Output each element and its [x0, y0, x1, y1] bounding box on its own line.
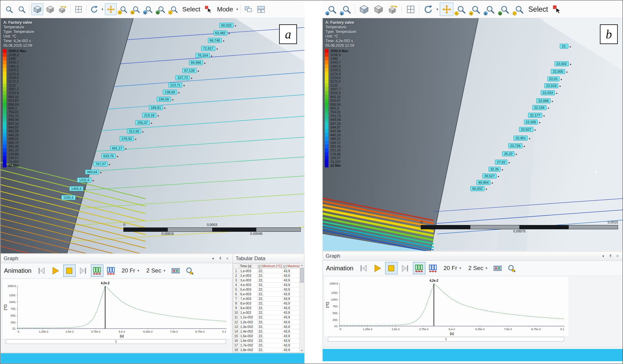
temperature-probe-label[interactable]: 60,032 — [470, 186, 485, 191]
isometric-view-icon[interactable] — [31, 3, 43, 15]
3d-viewport[interactable]: A: Factory valveTemperatureType: Tempera… — [1, 18, 304, 253]
temperature-probe-label[interactable]: 767,07 — [93, 162, 108, 166]
table-cell[interactable]: 1,1e-002 — [239, 315, 258, 320]
table-cell[interactable]: 22, — [258, 334, 283, 338]
zoom-in-icon[interactable]: + — [130, 3, 142, 15]
table-cell[interactable]: 22, — [258, 273, 283, 278]
table-row[interactable]: 11,e-00322,43,9 — [233, 269, 304, 273]
table-cell[interactable]: 6,e-003 — [239, 292, 258, 297]
row-index[interactable]: 17 — [233, 343, 239, 348]
table-cell[interactable]: 9,e-003 — [239, 306, 258, 310]
temperature-probe-label[interactable]: 32,26 — [489, 167, 501, 172]
temperature-probe-label[interactable]: 22,01 — [547, 76, 560, 81]
row-index[interactable]: 7 — [233, 297, 239, 301]
table-row[interactable]: 33,e-00322,43,9 — [233, 278, 304, 283]
table-cell[interactable]: 4,e-003 — [239, 283, 258, 287]
table-cell[interactable]: 22, — [258, 269, 283, 273]
temperature-probe-label[interactable]: 1202,6 — [77, 178, 91, 182]
table-row[interactable]: 151,5e-00222,43,9 — [233, 334, 304, 338]
row-index[interactable]: 14 — [233, 329, 239, 334]
isometric-view-icon[interactable] — [357, 2, 371, 16]
temperature-probe-label[interactable]: 22,005 — [551, 69, 565, 74]
table-row[interactable]: 171,7e-00222,43,9 — [233, 343, 304, 348]
table-cell[interactable]: 1,3e-002 — [239, 325, 258, 329]
row-index[interactable]: 5 — [233, 287, 239, 292]
zoom-update-icon[interactable] — [505, 262, 518, 274]
table-row[interactable]: 66,e-00322,43,9 — [233, 292, 304, 297]
rotate-model-icon[interactable] — [386, 2, 400, 16]
temperature-probe-label[interactable]: 22,177 — [528, 113, 542, 118]
table-cell[interactable]: 22, — [258, 283, 283, 287]
scroll-up-icon[interactable]: ▲ — [301, 263, 303, 267]
select-label[interactable]: Select — [182, 6, 200, 13]
temperature-probe-label[interactable]: 22, — [560, 44, 568, 49]
3d-viewport[interactable]: A: Factory valveTemperatureType: Tempera… — [323, 18, 623, 251]
row-index[interactable]: 4 — [233, 283, 239, 287]
temperature-probe-label[interactable]: 72,917 — [201, 46, 215, 51]
rotate-icon[interactable] — [88, 3, 100, 15]
row-index[interactable]: 9 — [233, 306, 239, 310]
temperature-probe-label[interactable]: 312,65 — [127, 129, 141, 134]
zoom-fit-icon[interactable]: ● — [155, 3, 167, 15]
row-index[interactable]: 12 — [233, 320, 239, 325]
temperature-probe-label[interactable]: 22,002 — [555, 61, 569, 66]
select-label[interactable]: Select — [528, 5, 548, 14]
temperature-probe-label[interactable]: 156,55 — [157, 97, 171, 102]
close-icon[interactable]: × — [615, 254, 620, 259]
zoom-box-fit-icon[interactable]: ● — [143, 3, 155, 15]
zoom-previous-icon[interactable]: − — [168, 3, 180, 15]
zoom-out-icon[interactable]: − — [454, 2, 468, 16]
close-icon[interactable]: × — [225, 256, 230, 261]
temperature-probe-label[interactable]: 22,305 — [524, 120, 538, 125]
row-index[interactable]: 16 — [233, 338, 239, 343]
window-cascade-icon[interactable] — [243, 3, 254, 15]
stop-icon[interactable] — [385, 262, 398, 274]
frames-dropdown[interactable]: 20 Fr▾ — [122, 267, 139, 274]
column-header[interactable] — [233, 264, 239, 269]
next-frame-icon[interactable] — [399, 262, 411, 274]
table-cell[interactable]: 1,8e-002 — [239, 348, 258, 352]
zoom-forward-icon[interactable]: ▸ — [340, 2, 353, 16]
temperature-probe-label[interactable]: 84,996 — [189, 60, 203, 65]
timeline-slider[interactable]: 1 — [6, 339, 226, 344]
table-cell[interactable]: 22, — [258, 315, 283, 320]
rotate-options-caret-icon[interactable]: ▾ — [436, 7, 438, 11]
table-cell[interactable]: 1,6e-002 — [239, 338, 258, 343]
duration-dropdown[interactable]: 2 Sec▾ — [146, 267, 165, 274]
table-row[interactable]: 131,3e-00222,43,9 — [233, 325, 304, 329]
temperature-probe-label[interactable]: 123,71 — [168, 83, 183, 88]
distributed-frames-icon[interactable] — [413, 262, 425, 274]
table-cell[interactable]: 22, — [258, 292, 283, 297]
timeline-slider[interactable]: 1 — [328, 337, 564, 342]
select-mode-icon[interactable] — [551, 2, 564, 16]
table-row[interactable]: 181,8e-00222,43,9 — [233, 348, 304, 352]
row-index[interactable]: 3 — [233, 278, 239, 283]
box-zoom-icon[interactable] — [3, 3, 15, 15]
rotate-model-icon[interactable] — [57, 3, 68, 15]
row-index[interactable]: 11 — [233, 315, 239, 320]
table-row[interactable]: 77,e-00322,43,9 — [233, 297, 304, 301]
temperature-probe-label[interactable]: 39,527 — [482, 174, 497, 178]
row-index[interactable]: 18 — [233, 348, 239, 352]
column-checkbox[interactable]: ✔ — [258, 265, 262, 268]
temperature-probe-label[interactable]: 22,951 — [514, 136, 528, 141]
table-row[interactable]: 161,6e-00222,43,9 — [233, 338, 304, 343]
zoom-update-icon[interactable] — [184, 264, 196, 277]
next-frame-icon[interactable] — [77, 264, 89, 277]
table-cell[interactable]: 1,e-002 — [239, 310, 258, 315]
temperature-probe-label[interactable]: 633,76 — [101, 153, 116, 158]
mode-label[interactable]: Mode — [217, 6, 233, 13]
column-checkbox[interactable]: ✔ — [283, 265, 287, 268]
table-cell[interactable]: 2,e-003 — [239, 273, 258, 278]
table-cell[interactable]: 22, — [258, 348, 283, 352]
select-mode-icon[interactable] — [203, 3, 214, 15]
zoom-previous-icon[interactable]: − — [512, 2, 526, 16]
previous-view-icon[interactable] — [372, 2, 385, 16]
table-row[interactable]: 22,e-00322,43,9 — [233, 273, 304, 278]
temperature-probe-label[interactable]: 66,746 — [208, 38, 222, 43]
table-cell[interactable]: 22, — [258, 306, 283, 310]
pin-icon[interactable] — [218, 256, 223, 261]
export-video-icon[interactable] — [492, 262, 504, 274]
zoom-back-icon[interactable]: ◂ — [325, 2, 339, 16]
mode-caret-icon[interactable]: ▾ — [236, 7, 238, 11]
